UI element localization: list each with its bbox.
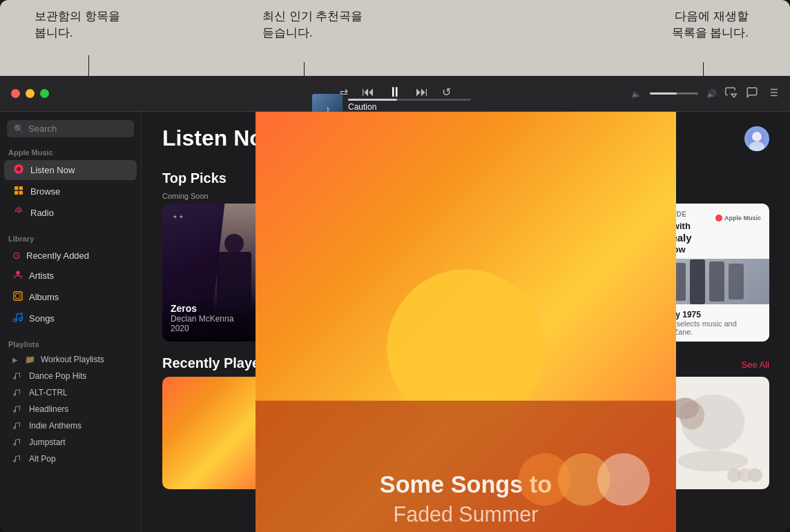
songs-icon (12, 312, 23, 325)
svg-rect-13 (19, 186, 23, 190)
volume-low-icon: 🔈 (631, 89, 642, 99)
library-section-label: Library (0, 229, 141, 246)
queue-button[interactable] (767, 86, 779, 101)
close-button[interactable] (11, 89, 20, 98)
svg-rect-15 (19, 191, 23, 195)
volume-high-icon: 🔊 (706, 89, 717, 99)
workout-playlists-label: Workout Playlists (41, 355, 104, 364)
svg-rect-19 (16, 294, 21, 299)
apple-music-section-label: Apple Music (0, 143, 141, 159)
playlist-icon-2 (12, 388, 23, 397)
playlists-section-label: Playlists (0, 335, 141, 351)
albums-label: Albums (29, 292, 59, 302)
svg-marker-2 (731, 94, 737, 97)
svg-point-20 (14, 319, 17, 322)
sidebar-item-headliners[interactable]: Headliners (4, 402, 137, 417)
svg-point-17 (16, 271, 19, 275)
playlist-icon-4 (12, 422, 23, 430)
dance-pop-hits-label: Dance Pop Hits (29, 371, 86, 381)
rp-card-1[interactable]: Some Songs to Faded Summer (162, 377, 275, 493)
svg-point-21 (19, 318, 22, 321)
sidebar-item-listen-now[interactable]: Listen Now (4, 160, 137, 180)
svg-point-11 (18, 168, 19, 170)
svg-point-25 (14, 427, 16, 429)
svg-point-26 (14, 444, 16, 446)
albums-icon (12, 290, 23, 304)
right-controls: 🔈 🔊 (631, 86, 779, 101)
headliners-label: Headliners (29, 404, 68, 414)
listen-now-label: Listen Now (30, 165, 75, 175)
search-box[interactable]: 🔍 Search (7, 120, 134, 137)
svg-rect-18 (14, 292, 22, 300)
alt-pop-label: Alt Pop (29, 454, 56, 464)
browse-icon (12, 185, 25, 198)
titlebar: ⇄ ⏮ ⏸ ⏭ ↺ (0, 76, 790, 112)
sidebar-item-artists[interactable]: Artists (4, 266, 137, 286)
svg-point-24 (14, 411, 16, 413)
radio-label: Radio (30, 208, 54, 218)
sidebar-item-recently-added[interactable]: ⊙ Recently Added (4, 246, 137, 264)
lyrics-button[interactable] (746, 86, 758, 101)
alt-ctrl-label: ALT-CTRL (29, 388, 68, 397)
minimize-button[interactable] (26, 89, 35, 98)
annotation-queue: 다음에 재생할 목록을 봅니다. (672, 8, 749, 41)
sidebar-item-alt-pop[interactable]: Alt Pop (4, 451, 137, 466)
sidebar: 🔍 Search Apple Music Listen Now (0, 112, 142, 532)
main-content: Listen Now (142, 112, 790, 532)
svg-rect-37 (256, 401, 275, 489)
sidebar-item-indie-anthems[interactable]: Indie Anthems (4, 418, 137, 433)
recently-played-grid: Some Songs to Faded Summer (162, 377, 769, 493)
svg-point-16 (18, 211, 20, 213)
recently-added-icon: ⊙ (12, 250, 21, 261)
listen-now-icon (12, 164, 25, 177)
folder-icon: 📁 (25, 355, 35, 364)
artists-label: Artists (29, 270, 54, 281)
sidebar-item-browse[interactable]: Browse (4, 181, 137, 201)
sidebar-item-songs[interactable]: Songs (4, 308, 137, 328)
sidebar-item-alt-ctrl[interactable]: ALT-CTRL (4, 385, 137, 400)
now-playing-title: Caution (348, 102, 471, 112)
annotation-library: 보관함의 항목을 봅니다. (35, 8, 120, 41)
radio-icon (12, 206, 25, 219)
svg-rect-14 (15, 191, 18, 195)
sidebar-item-radio[interactable]: Radio (4, 203, 137, 223)
svg-point-27 (14, 460, 16, 462)
svg-point-23 (14, 394, 16, 396)
annotation-trending: 최신 인기 추천곡을 듣습니다. (262, 8, 363, 41)
playlist-icon-3 (12, 405, 23, 413)
sidebar-item-jumpstart[interactable]: Jumpstart (4, 435, 137, 450)
chevron-right-icon: ▶ (12, 356, 18, 364)
playlist-icon-6 (12, 455, 23, 463)
artists-icon (12, 269, 23, 282)
svg-point-22 (14, 377, 16, 380)
recently-added-label: Recently Added (26, 250, 89, 261)
airplay-button[interactable] (725, 86, 738, 101)
volume-slider[interactable] (650, 92, 698, 95)
jumpstart-label: Jumpstart (29, 437, 66, 447)
traffic-lights (11, 89, 49, 98)
sidebar-item-dance-pop-hits[interactable]: Dance Pop Hits (4, 368, 137, 384)
songs-label: Songs (29, 313, 55, 324)
playlist-icon-5 (12, 438, 23, 446)
browse-label: Browse (30, 186, 60, 197)
svg-rect-12 (15, 186, 18, 190)
sidebar-item-albums[interactable]: Albums (4, 287, 137, 307)
sidebar-item-workout-playlists[interactable]: ▶ 📁 Workout Playlists (4, 352, 137, 367)
playlist-icon (12, 372, 23, 380)
search-icon: 🔍 (14, 124, 24, 134)
indie-anthems-label: Indie Anthems (29, 421, 81, 431)
search-placeholder: Search (28, 124, 57, 134)
maximize-button[interactable] (40, 89, 49, 98)
